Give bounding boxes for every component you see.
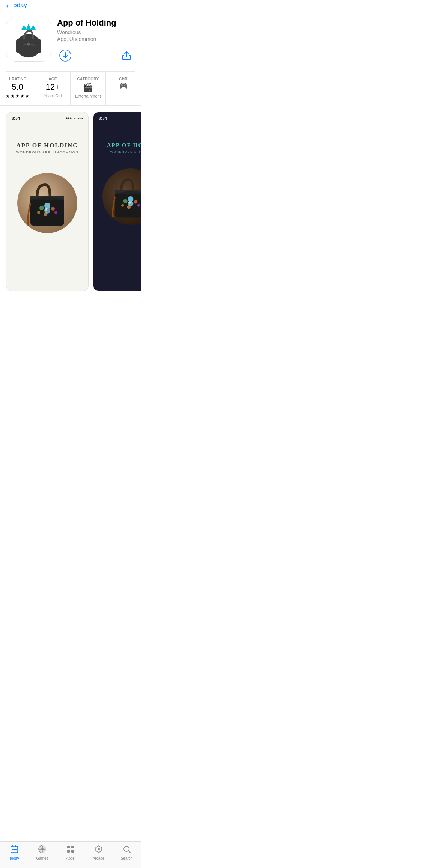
share-button[interactable] <box>118 47 135 64</box>
ss2-content: App of Hol... Wondrous App, U... <box>93 112 141 291</box>
stats-row: 1 RATING 5.0 ★ ★ ★ ★ ★ AGE 12+ Years Old… <box>0 72 141 105</box>
stat-category-sub: Entertainment <box>75 94 101 98</box>
app-category-text: App, Uncommon <box>57 36 135 42</box>
download-button[interactable] <box>57 47 74 64</box>
stat-category[interactable]: CATEGORY 🎬 Entertainment <box>71 72 106 105</box>
stat-rating-label: 1 RATING <box>8 77 26 81</box>
stat-chr-label: CHR <box>119 77 128 81</box>
bag-bg-circle <box>17 173 77 233</box>
back-label: Today <box>10 2 27 9</box>
stat-age-sub: Years Old <box>44 93 62 98</box>
stat-chr[interactable]: CHR 🎮 <box>106 72 141 105</box>
star-2: ★ <box>11 93 15 99</box>
ss1-bag-illustration <box>17 165 77 241</box>
svg-point-21 <box>121 204 124 206</box>
ss1-content: App of Holding Wondrous App, Uncommon <box>6 112 88 291</box>
ss2-app-title: App of Hol... <box>107 142 141 149</box>
svg-point-24 <box>128 201 134 206</box>
screenshots-scroll: 8:34 ●●● ▲ ▪▪▪▪ App of Holding Wondrous … <box>6 112 141 291</box>
svg-point-4 <box>27 43 30 46</box>
ss1-app-title: App of Holding <box>16 142 78 149</box>
svg-point-15 <box>45 208 47 211</box>
star-4: ★ <box>20 93 24 99</box>
svg-point-10 <box>51 207 55 211</box>
app-title: App of Holding <box>57 18 135 28</box>
app-developer: Wondrous <box>57 29 135 35</box>
screenshot-1[interactable]: 8:34 ●●● ▲ ▪▪▪▪ App of Holding Wondrous … <box>6 112 89 291</box>
ss1-app-subtitle: Wondrous App, Uncommon <box>16 150 78 154</box>
stat-age-label: AGE <box>48 77 57 81</box>
svg-point-8 <box>39 206 44 210</box>
app-icon <box>6 17 51 62</box>
ss2-app-subtitle: Wondrous App, U... <box>107 150 141 153</box>
svg-point-25 <box>128 202 131 204</box>
star-1: ★ <box>6 93 10 99</box>
star-rating: ★ ★ ★ ★ ★ <box>6 93 29 99</box>
stat-rating-value: 5.0 <box>12 83 23 92</box>
category-icon: 🎬 <box>83 83 93 92</box>
stat-category-label: CATEGORY <box>77 77 99 81</box>
svg-point-22 <box>137 204 140 206</box>
svg-point-12 <box>54 211 57 214</box>
svg-rect-2 <box>16 39 41 53</box>
ss1-title-area: App of Holding Wondrous App, Uncommon <box>16 142 78 154</box>
app-info: App of Holding Wondrous App, Uncommon <box>57 17 135 64</box>
app-header: App of Holding Wondrous App, Uncommon <box>0 12 141 71</box>
back-chevron-icon: ‹ <box>6 2 9 9</box>
back-button[interactable]: ‹ Today <box>6 2 27 9</box>
screenshots-section: 8:34 ●●● ▲ ▪▪▪▪ App of Holding Wondrous … <box>0 106 141 297</box>
svg-point-11 <box>37 211 40 214</box>
svg-point-14 <box>44 208 50 214</box>
stat-chr-value: 🎮 <box>119 83 128 90</box>
screenshot-2[interactable]: 8:34 ●●● ▲ ▪▪▪▪ App of Hol... Wondrous A… <box>93 112 141 291</box>
stat-age: AGE 12+ Years Old <box>35 72 71 105</box>
nav-bar: ‹ Today <box>0 0 141 12</box>
ss2-title-area: App of Hol... Wondrous App, U... <box>103 142 141 153</box>
svg-point-18 <box>123 199 128 203</box>
star-3: ★ <box>15 93 20 99</box>
svg-point-20 <box>134 200 137 203</box>
star-5: ★ <box>25 93 29 99</box>
stat-rating: 1 RATING 5.0 ★ ★ ★ ★ ★ <box>0 72 35 105</box>
ss2-bag-illustration <box>101 165 141 240</box>
stat-age-value: 12+ <box>46 83 60 92</box>
action-buttons <box>57 47 135 64</box>
